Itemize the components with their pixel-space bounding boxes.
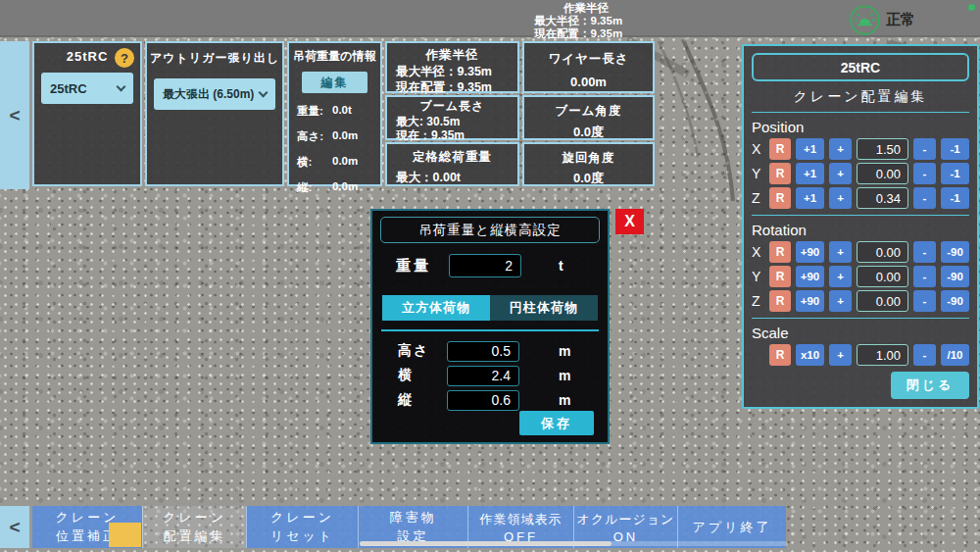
crane-model-select[interactable]: 25tRC <box>41 73 133 104</box>
minus-button[interactable]: - <box>913 266 936 287</box>
top-bar <box>0 0 980 37</box>
boom-length-current: 現在：9.35m <box>387 128 517 142</box>
recording-dot <box>968 4 975 11</box>
position-z-value[interactable] <box>857 187 908 209</box>
minus-90-button[interactable]: -90 <box>941 290 969 312</box>
minus-button[interactable]: - <box>913 187 936 209</box>
axis-label: Y <box>752 166 764 181</box>
divide-10-button[interactable]: /10 <box>941 344 969 366</box>
wire-length-box: ワイヤー長さ 0.00m <box>522 41 655 93</box>
plus-button[interactable]: + <box>829 266 852 287</box>
scale-value[interactable] <box>857 344 908 366</box>
top-panel-collapse-button[interactable]: < <box>0 41 29 189</box>
minus-button[interactable]: - <box>913 241 936 263</box>
plus-button[interactable]: + <box>829 163 852 184</box>
minus-button[interactable]: - <box>913 290 936 312</box>
reset-rotation-y-button[interactable]: R <box>769 266 791 287</box>
minus-button[interactable]: - <box>913 163 936 184</box>
outrigger-header: アウトリガー張り出し <box>147 43 282 67</box>
plus-1-button[interactable]: +1 <box>796 187 824 209</box>
boom-angle-value: 0.0度 <box>524 124 653 141</box>
help-icon[interactable]: ? <box>115 48 134 68</box>
minus-1-button[interactable]: -1 <box>941 187 969 209</box>
load-weight-row: 重量: 0.0t <box>289 104 380 119</box>
load-width-label: 横: <box>297 155 332 170</box>
button-line1: クレーン <box>270 509 334 527</box>
outrigger-selected: 最大張出 (6.50m) <box>163 86 254 103</box>
plus-90-button[interactable]: +90 <box>796 241 824 263</box>
crane-transform-panel: 25tRC クレーン配置編集 Position X R +1 + - -1 Y … <box>742 44 979 409</box>
depth-row: 縦 m <box>398 389 590 411</box>
width-input[interactable] <box>447 366 519 386</box>
button-line2: 配置編集 <box>164 527 226 545</box>
chevron-down-icon <box>259 87 269 97</box>
bottom-bar-collapse-button[interactable]: < <box>0 506 29 548</box>
rotation-x-value[interactable] <box>857 241 908 263</box>
crane-model-box: 25tRC ? 25tRC <box>32 41 142 186</box>
minus-1-button[interactable]: -1 <box>941 163 969 184</box>
crane-reset-button[interactable]: クレーン リセット <box>246 506 358 548</box>
plus-button[interactable]: + <box>829 138 852 160</box>
plus-90-button[interactable]: +90 <box>796 266 824 287</box>
axis-label: Z <box>752 293 764 309</box>
toolbar-scrollbar-thumb[interactable] <box>360 541 612 546</box>
work-radius-box-max: 最大半径：9.35m <box>387 64 517 79</box>
minus-1-button[interactable]: -1 <box>941 138 969 160</box>
depth-input[interactable] <box>447 390 519 411</box>
rated-load-max: 最大：0.00t <box>387 170 517 185</box>
status-indicator: 正常 <box>849 4 915 36</box>
crane-position-correct-button[interactable]: クレーン 位置補正 <box>32 506 142 548</box>
crane-placement-edit-button[interactable]: クレーン 配置編集 <box>142 506 246 548</box>
button-line1: 障害物 <box>390 509 437 527</box>
rotation-section-label: Rotation <box>752 222 977 238</box>
dialog-close-button[interactable]: X <box>615 209 644 234</box>
position-z-row: Z R +1 + - -1 <box>752 187 969 209</box>
width-label: 横 <box>398 367 447 384</box>
reset-scale-button[interactable]: R <box>769 344 791 366</box>
rotation-z-value[interactable] <box>857 290 908 312</box>
weight-input[interactable] <box>449 254 521 277</box>
outrigger-select[interactable]: 最大張出 (6.50m) <box>154 78 275 110</box>
boom-length-max: 最大: 30.5m <box>387 115 517 128</box>
plus-1-button[interactable]: +1 <box>796 163 824 184</box>
load-depth-label: 縦: <box>297 180 332 195</box>
plus-button[interactable]: + <box>829 241 852 263</box>
tab-cylinder-load[interactable]: 円柱体荷物 <box>490 295 598 321</box>
plus-90-button[interactable]: +90 <box>796 290 824 312</box>
position-y-row: Y R +1 + - -1 <box>752 163 969 184</box>
position-x-value[interactable] <box>857 138 908 160</box>
button-line1: アプリ終了 <box>693 519 772 536</box>
swing-angle-value: 0.0度 <box>524 170 653 187</box>
wire-length-title: ワイヤー長さ <box>524 43 653 68</box>
plus-button[interactable]: + <box>829 187 852 209</box>
reset-rotation-z-button[interactable]: R <box>769 290 791 312</box>
height-input[interactable] <box>447 341 519 362</box>
save-button[interactable]: 保存 <box>519 411 594 435</box>
outrigger-box: アウトリガー張り出し 最大張出 (6.50m) <box>145 41 284 186</box>
reset-x-button[interactable]: R <box>769 138 791 160</box>
chevron-down-icon <box>117 81 126 91</box>
plus-button[interactable]: + <box>829 290 852 312</box>
reset-rotation-x-button[interactable]: R <box>769 241 791 263</box>
button-line1: 作業領域表示 <box>480 511 563 528</box>
height-row: 高さ m <box>398 340 590 362</box>
plus-1-button[interactable]: +1 <box>796 138 824 160</box>
minus-button[interactable]: - <box>913 344 936 366</box>
times-10-button[interactable]: x10 <box>796 344 824 366</box>
minus-button[interactable]: - <box>913 138 936 160</box>
load-weight-value: 0.0t <box>332 104 352 119</box>
boom-length-box: ブーム長さ 最大: 30.5m 現在：9.35m <box>385 95 519 140</box>
reset-z-button[interactable]: R <box>769 187 791 209</box>
plus-button[interactable]: + <box>829 344 852 366</box>
close-panel-button[interactable]: 閉じる <box>891 372 969 399</box>
button-line1: クレーン <box>163 509 226 527</box>
edit-load-button[interactable]: 編集 <box>302 72 368 93</box>
rotation-y-value[interactable] <box>857 266 908 287</box>
status-label: 正常 <box>886 11 915 29</box>
reset-y-button[interactable]: R <box>769 163 791 184</box>
wire-length-value: 0.00m <box>524 75 653 89</box>
tab-cube-load[interactable]: 立方体荷物 <box>382 295 490 321</box>
position-y-value[interactable] <box>857 163 908 184</box>
minus-90-button[interactable]: -90 <box>941 241 969 263</box>
minus-90-button[interactable]: -90 <box>941 266 969 287</box>
